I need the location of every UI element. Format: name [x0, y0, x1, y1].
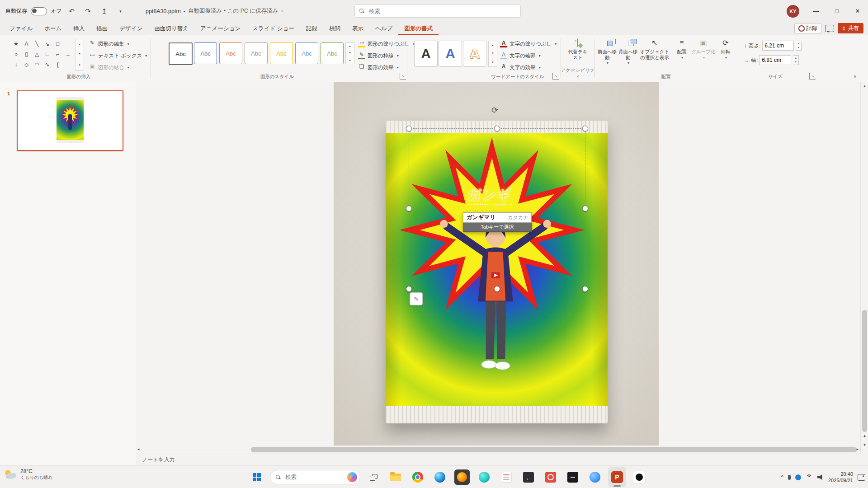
tab-draw[interactable]: 描画	[90, 23, 113, 35]
previous-slide-icon[interactable]: ▴	[861, 433, 868, 438]
rotation-handle[interactable]: ⟳	[491, 105, 498, 115]
undo-button[interactable]: ↶	[66, 5, 78, 18]
notes-pane[interactable]: ノートを入力	[136, 454, 860, 465]
shape-style-preset-5[interactable]: Abc	[270, 42, 293, 64]
file-explorer-button[interactable]	[387, 467, 405, 487]
shape-fill-button[interactable]: ▱ 図形の塗りつぶし ▾	[358, 38, 415, 50]
shape-gallery-item[interactable]: △	[32, 49, 42, 59]
scroll-right-icon[interactable]: ▸	[856, 447, 859, 451]
edge-button[interactable]	[431, 467, 449, 487]
slide[interactable]: ガンギ ⟳ ガンギマリ カタカナ Tabキーで選択 ✎	[334, 82, 659, 446]
shape-gallery-item[interactable]: ∿	[42, 60, 52, 70]
scroll-left-icon[interactable]: ◂	[137, 447, 140, 451]
powerpoint-button[interactable]: P	[608, 467, 626, 487]
shape-style-preset-1[interactable]: Abc	[169, 42, 193, 65]
shape-style-preset-4[interactable]: Abc	[245, 42, 268, 64]
align-button[interactable]: ≡ 配置 ▾	[672, 39, 692, 60]
maximize-button[interactable]: □	[826, 0, 847, 22]
shape-gallery-item[interactable]: ↘	[42, 39, 52, 49]
gallery-more-icon[interactable]: ▾	[349, 58, 351, 62]
width-stepper[interactable]: ▴▾	[793, 55, 799, 65]
tab-help[interactable]: ヘルプ	[369, 23, 398, 35]
selection-handle-n[interactable]	[494, 126, 500, 131]
customize-toolbar-button[interactable]: ▾	[114, 5, 127, 18]
text-effects-button[interactable]: A 文字の効果 ▾	[500, 61, 557, 73]
selection-handle-ne[interactable]	[582, 126, 588, 131]
file-status[interactable]: 自動回復済み • この PC に保存済み	[188, 7, 278, 15]
height-stepper[interactable]: ▴▾	[796, 41, 802, 51]
wordart-more-button[interactable]: ▴ ▾ ▾	[488, 41, 497, 67]
text-box-button[interactable]: ▭ テキスト ボックス ▾	[89, 50, 147, 61]
start-button[interactable]	[248, 467, 266, 487]
blue-app-button[interactable]	[586, 467, 604, 487]
tab-insert[interactable]: 挿入	[67, 23, 90, 35]
tab-record[interactable]: 記録	[300, 23, 323, 35]
scroll-up-icon[interactable]: ▴	[861, 84, 868, 88]
taskbar-search-input[interactable]	[284, 474, 344, 481]
gallery-up-icon[interactable]: ▴	[349, 44, 351, 48]
shape-gallery-item[interactable]: ★	[11, 39, 21, 49]
tab-transitions[interactable]: 画面切り替え	[148, 23, 194, 35]
shape-gallery-item[interactable]: ○	[11, 49, 21, 59]
ime-candidate-row[interactable]: ガンギマリ カタカナ	[463, 212, 532, 223]
shape-gallery-item[interactable]: ◠	[32, 60, 42, 70]
search-input[interactable]	[368, 8, 516, 15]
wordart-preset-3[interactable]: A	[463, 41, 486, 67]
wordart-preset-1[interactable]: A	[414, 41, 438, 67]
horizontal-scroll-thumb[interactable]	[251, 447, 857, 452]
horizontal-scrollbar[interactable]: ◂ ▸	[136, 446, 860, 453]
shape-width-input[interactable]	[760, 55, 791, 65]
tray-overflow-icon[interactable]: ^	[781, 474, 783, 480]
shape-styles-dialog-launcher[interactable]: ↘	[400, 73, 406, 80]
tab-animations[interactable]: アニメーション	[194, 23, 246, 35]
wordart-preset-2[interactable]: A	[439, 41, 462, 67]
bluetooth-device-icon[interactable]	[795, 474, 801, 480]
slide-canvas[interactable]: ガンギ ⟳ ガンギマリ カタカナ Tabキーで選択 ✎	[136, 82, 860, 454]
tab-file[interactable]: ファイル	[4, 23, 38, 35]
selection-handle-sw[interactable]	[406, 286, 412, 292]
selection-handle-se[interactable]	[582, 286, 588, 292]
avatar[interactable]: KY	[787, 5, 799, 18]
selection-handle-e[interactable]	[582, 206, 588, 211]
shape-height-input[interactable]	[762, 41, 794, 51]
teal-app-button[interactable]	[475, 467, 493, 487]
rotate-button[interactable]: ⟳ 回転 ▾	[716, 39, 735, 60]
shape-gallery-item[interactable]: ∟	[42, 49, 52, 59]
text-fill-button[interactable]: A 文字の塗りつぶし ▾	[500, 38, 557, 50]
volume-icon[interactable]	[817, 474, 824, 480]
tab-design[interactable]: デザイン	[113, 23, 148, 35]
size-dialog-launcher[interactable]: ↘	[809, 73, 816, 80]
tab-view[interactable]: 表示	[346, 23, 369, 35]
shape-gallery-item[interactable]: ⌐	[52, 49, 63, 59]
close-button[interactable]: ✕	[847, 0, 868, 22]
ribbon-search-box[interactable]	[354, 5, 521, 18]
collapse-ribbon-icon[interactable]: ˅	[854, 74, 856, 79]
shape-style-preset-3[interactable]: Abc	[219, 42, 242, 64]
gallery-down-icon[interactable]: ▾	[349, 51, 351, 55]
shape-gallery-item[interactable]: A	[21, 39, 32, 49]
shape-styles-more-button[interactable]: ▴ ▾ ▾	[345, 42, 354, 64]
record-button[interactable]: 記録	[794, 23, 821, 33]
gallery-down-icon[interactable]: ▾	[79, 52, 80, 56]
selection-pane-button[interactable]: ↖ オブジェクトの選択と表示	[638, 39, 671, 60]
minimize-button[interactable]: —	[806, 0, 826, 22]
shape-effects-button[interactable]: ❏ 図形の効果 ▾	[358, 61, 415, 73]
selection-rectangle[interactable]	[409, 128, 585, 289]
wordart-dialog-launcher[interactable]: ↘	[552, 73, 559, 80]
shape-gallery-item[interactable]: ↓	[11, 60, 21, 70]
selection-handle-nw[interactable]	[406, 126, 412, 131]
chatgpt-app-button[interactable]	[630, 467, 648, 487]
shape-style-preset-7[interactable]: Abc	[321, 42, 344, 64]
send-backward-button[interactable]: 背面へ移動 ▾	[618, 39, 638, 66]
slide-thumbnail[interactable]	[17, 90, 123, 151]
shape-gallery-item[interactable]: ▯	[21, 49, 32, 59]
tab-shape-format[interactable]: 図形の書式	[398, 23, 439, 35]
gallery-more-icon[interactable]: ▾	[79, 62, 80, 67]
share-button[interactable]: ↥ 共有	[838, 23, 863, 33]
gallery-more-icon[interactable]: ▾	[492, 60, 494, 64]
edit-shape-button[interactable]: ✎ 図形の編集 ▾	[89, 38, 147, 50]
bring-forward-button[interactable]: 前面へ移動 ▾	[597, 39, 618, 66]
weather-widget[interactable]: 28°C くもりのち晴れ	[5, 468, 52, 481]
vertical-scrollbar[interactable]: ▴ ▴ ▾	[860, 82, 868, 454]
shape-gallery-item[interactable]: ◇	[21, 60, 32, 70]
